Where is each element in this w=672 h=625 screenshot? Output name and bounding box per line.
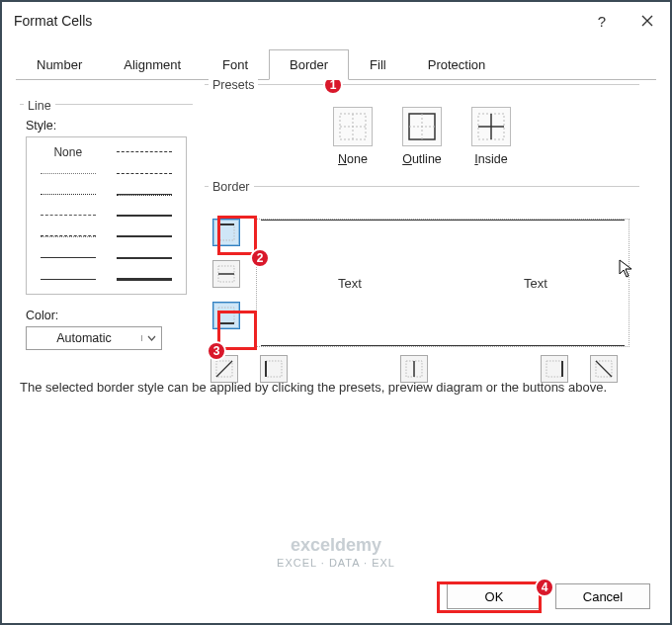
titlebar: Format Cells ?	[2, 2, 670, 40]
style-opt[interactable]	[33, 184, 104, 205]
close-button[interactable]	[625, 2, 670, 40]
style-opt[interactable]	[33, 247, 104, 268]
line-style-list[interactable]: None	[26, 136, 187, 295]
style-opt[interactable]	[110, 226, 181, 247]
tab-strip: Number Alignment Font Border Fill Protec…	[2, 40, 670, 80]
preset-inside-icon	[471, 107, 511, 146]
style-opt[interactable]	[110, 141, 181, 162]
preset-outline-icon	[402, 107, 442, 146]
border-bottom-button[interactable]	[212, 302, 240, 329]
chevron-down-icon	[141, 335, 161, 341]
border-section: Border Text Text	[205, 186, 639, 389]
line-section: Style: None Color: Automatic	[20, 104, 193, 356]
tab-protection[interactable]: Protection	[407, 49, 507, 80]
border-diag-up-button[interactable]	[210, 355, 238, 383]
style-opt[interactable]	[33, 226, 104, 247]
style-opt[interactable]	[110, 247, 181, 268]
tab-fill[interactable]: Fill	[349, 49, 407, 80]
ok-button[interactable]: OK	[447, 583, 542, 609]
svg-rect-9	[218, 224, 234, 240]
color-dropdown[interactable]: Automatic	[26, 326, 162, 350]
border-horizontal-button[interactable]	[212, 260, 240, 288]
presets-section: Presets None Outline	[205, 84, 639, 172]
watermark: exceldemy EXCEL · DATA · EXL	[277, 535, 395, 570]
border-label: Border	[209, 180, 254, 194]
border-left-button[interactable]	[260, 355, 288, 383]
tab-alignment[interactable]: Alignment	[103, 49, 202, 80]
color-label: Color:	[26, 309, 187, 322]
style-opt[interactable]	[33, 269, 104, 290]
style-opt[interactable]	[110, 205, 181, 225]
tab-number[interactable]: Number	[16, 49, 103, 80]
style-label: Style:	[26, 119, 187, 133]
style-opt[interactable]	[33, 162, 104, 183]
presets-label: Presets	[209, 78, 258, 92]
style-opt[interactable]	[33, 205, 104, 225]
preset-inside[interactable]: Inside	[471, 107, 511, 166]
dialog-buttons: OK Cancel	[447, 583, 650, 609]
style-opt[interactable]	[110, 184, 181, 205]
close-icon	[641, 15, 653, 27]
style-none[interactable]: None	[33, 141, 104, 162]
svg-rect-13	[218, 308, 234, 323]
preset-outline[interactable]: Outline	[402, 107, 442, 166]
preset-inside-label: Inside	[474, 152, 507, 166]
cancel-button[interactable]: Cancel	[555, 583, 650, 609]
window-title: Format Cells	[14, 13, 92, 29]
border-right-button[interactable]	[541, 355, 568, 383]
svg-line-24	[596, 361, 612, 377]
line-section-label: Line	[24, 99, 55, 113]
border-top-button[interactable]	[212, 219, 240, 246]
preset-none-icon	[333, 107, 373, 146]
svg-line-16	[216, 361, 232, 377]
border-diag-down-button[interactable]	[590, 355, 618, 383]
preset-none-label: None	[338, 152, 368, 166]
svg-rect-21	[546, 361, 562, 377]
preset-outline-label: Outline	[402, 152, 442, 166]
style-opt[interactable]	[110, 162, 181, 183]
tab-font[interactable]: Font	[202, 49, 269, 80]
preset-none[interactable]: None	[333, 107, 373, 166]
border-preview[interactable]: Text Text	[256, 219, 630, 347]
preview-text: Text	[338, 276, 362, 291]
border-vertical-button[interactable]	[400, 355, 428, 383]
tab-border[interactable]: Border	[269, 49, 349, 80]
style-opt[interactable]	[110, 269, 181, 290]
color-value: Automatic	[27, 331, 141, 345]
preview-text: Text	[524, 276, 547, 291]
svg-rect-17	[266, 361, 282, 377]
help-button[interactable]: ?	[579, 2, 625, 40]
